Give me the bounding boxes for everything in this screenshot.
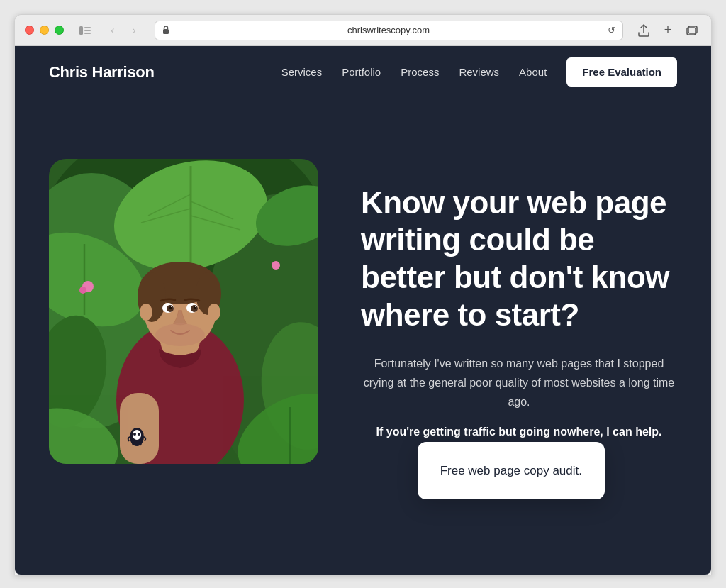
svg-rect-2 xyxy=(84,30,91,31)
site-logo: Chris Harrison xyxy=(49,63,155,82)
nav-process[interactable]: Process xyxy=(401,66,439,78)
svg-point-45 xyxy=(133,433,136,436)
svg-rect-3 xyxy=(84,33,91,34)
floating-card-text: Free web page copy audit. xyxy=(440,464,582,477)
svg-point-40 xyxy=(140,304,152,321)
nav-cta-button[interactable]: Free Evaluation xyxy=(566,57,677,87)
nav-reviews[interactable]: Reviews xyxy=(459,66,499,78)
share-button[interactable] xyxy=(635,23,653,38)
nav-services[interactable]: Services xyxy=(281,66,323,78)
forward-button[interactable]: › xyxy=(125,23,143,38)
new-tab-button[interactable]: + xyxy=(659,23,677,38)
traffic-lights xyxy=(25,26,64,35)
svg-point-41 xyxy=(208,304,220,321)
minimize-button[interactable] xyxy=(40,26,49,35)
svg-point-37 xyxy=(171,306,172,307)
back-button[interactable]: ‹ xyxy=(104,23,122,38)
nav-portfolio[interactable]: Portfolio xyxy=(342,66,381,78)
hero-content-area: Know your web page writing could be bett… xyxy=(15,99,711,538)
lock-icon xyxy=(162,26,169,35)
svg-rect-0 xyxy=(79,26,83,35)
windows-button[interactable] xyxy=(683,23,701,38)
reload-button[interactable]: ↺ xyxy=(608,25,615,35)
nav-buttons: ‹ › xyxy=(104,23,143,38)
svg-rect-1 xyxy=(84,27,91,28)
site-navigation: Chris Harrison Services Portfolio Proces… xyxy=(15,46,711,99)
svg-point-39 xyxy=(155,323,205,346)
svg-point-24 xyxy=(272,261,280,270)
browser-content: Chris Harrison Services Portfolio Proces… xyxy=(15,46,711,575)
svg-rect-4 xyxy=(163,29,169,34)
floating-card[interactable]: Free web page copy audit. xyxy=(418,442,605,500)
hero-text: Know your web page writing could be bett… xyxy=(361,184,677,439)
maximize-button[interactable] xyxy=(55,26,64,35)
browser-titlebar: ‹ › chriswritescopy.com ↺ + xyxy=(15,15,711,46)
nav-about[interactable]: About xyxy=(519,66,547,78)
close-button[interactable] xyxy=(25,26,34,35)
hero-subtext: Fortunately I've written so many web pag… xyxy=(361,354,677,412)
hero-image xyxy=(49,159,318,464)
address-bar[interactable]: chriswritescopy.com ↺ xyxy=(155,21,623,40)
sidebar-toggle-icon[interactable] xyxy=(75,23,95,38)
svg-point-23 xyxy=(79,287,86,294)
url-text: chriswritescopy.com xyxy=(174,25,603,35)
nav-links: Services Portfolio Process Reviews About… xyxy=(281,66,677,79)
toolbar-actions: + xyxy=(635,23,701,38)
hero-section: Know your web page writing could be bett… xyxy=(15,99,711,538)
hero-cta-text: If you're getting traffic but going nowh… xyxy=(361,426,677,438)
browser-window: ‹ › chriswritescopy.com ↺ + xyxy=(14,14,712,575)
hero-headline: Know your web page writing could be bett… xyxy=(361,184,677,334)
svg-point-46 xyxy=(138,433,140,436)
svg-point-38 xyxy=(195,306,196,307)
